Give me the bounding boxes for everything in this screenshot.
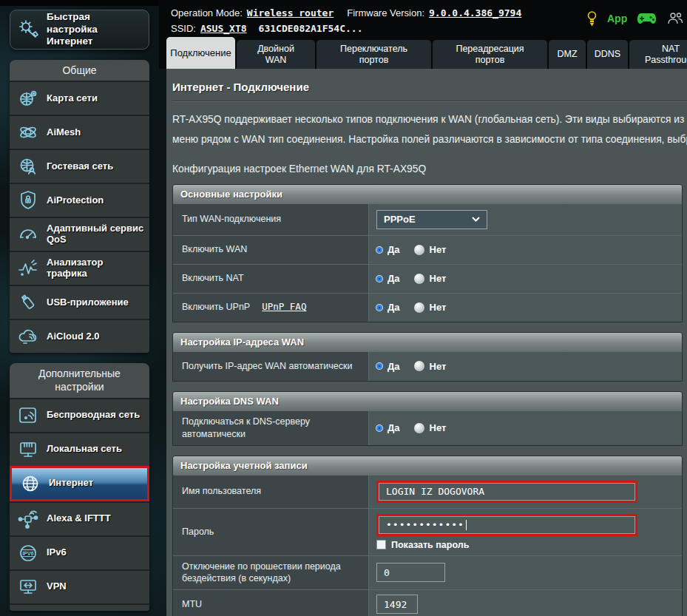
row-label: Включить WAN xyxy=(173,236,369,264)
sidebar-item-wireless[interactable]: Беспроводная сеть xyxy=(10,398,149,432)
sidebar-item-network-map[interactable]: Карта сети xyxy=(10,81,149,115)
sidebar-item-traffic-analyzer[interactable]: Анализатор трафика xyxy=(10,251,149,285)
sidebar-item-alexa-ifttt[interactable]: Alexa & IFTTT xyxy=(10,501,149,535)
firmware-version-link[interactable]: 9.0.0.4.386_9794 xyxy=(429,7,521,18)
tab-port-forwarding[interactable]: Переадресация портов xyxy=(433,40,547,69)
idle-timeout-input[interactable]: 0 xyxy=(376,563,445,582)
quick-setup-button[interactable]: Быстрая настройка Интернет xyxy=(10,10,149,50)
sidebar-item-guest-network[interactable]: Гостевая сеть xyxy=(10,149,149,183)
ssid-secondary: 631CDE082A1F54C... xyxy=(259,23,363,34)
section-account: Настройка учетной записи Имя пользовател… xyxy=(172,456,683,616)
ssid-primary-link[interactable]: ASUS_XT8 xyxy=(200,23,247,34)
tab-nat-passthrough[interactable]: NAT Passthrough xyxy=(629,40,687,69)
radio-no[interactable] xyxy=(414,361,424,371)
sidebar-item-usb-application[interactable]: USB-приложение xyxy=(10,285,149,319)
game-mode-icon[interactable] xyxy=(637,12,657,25)
sidebar-item-lan[interactable]: Локальная сеть xyxy=(10,432,149,466)
enable-wan-radio-group: Да Нет xyxy=(376,244,446,255)
table-row-wan-type: Тип WAN-подключения PPPoE xyxy=(173,204,682,235)
sidebar-item-vpn[interactable]: VPN xyxy=(10,569,149,603)
row-label: Включить UPnP UPnP FAQ xyxy=(173,294,369,322)
radio-no[interactable] xyxy=(414,245,424,255)
enable-upnp-radio-group: Да Нет xyxy=(376,302,446,313)
section-wan-dns: Настройка DNS WAN Подключаться к DNS-сер… xyxy=(172,391,683,446)
family-group-icon[interactable] xyxy=(666,12,684,26)
page-title: Интернет - Подключение xyxy=(172,81,687,93)
ipv6-icon: IPV6 xyxy=(16,541,40,565)
radio-yes-selected[interactable] xyxy=(376,276,382,282)
description-line-1: RT-AX95Q поддерживает несколько типов по… xyxy=(172,110,687,130)
sidebar-item-ipv6[interactable]: IPV6 IPv6 xyxy=(10,535,149,569)
table-row-enable-wan: Включить WAN Да Нет xyxy=(173,235,682,264)
tab-dual-wan[interactable]: Двойной WAN xyxy=(237,40,315,69)
row-label: Получить IP-адрес WAN автоматически xyxy=(173,352,369,381)
radio-no[interactable] xyxy=(414,274,424,284)
operation-mode-link[interactable]: Wireless router xyxy=(247,7,334,18)
sidebar-item-internet[interactable]: Интернет xyxy=(10,466,149,501)
alexa-ifttt-icon xyxy=(16,507,40,531)
section-header: Основные настройки xyxy=(173,185,682,204)
wan-type-selected-value: PPPoE xyxy=(384,214,416,225)
sidebar-group-general: Общие Карта сети AiMesh Гостевая сеть Ai… xyxy=(10,60,149,353)
table-row-username: Имя пользователя LOGIN IZ DOGOVORA xyxy=(173,475,682,508)
tab-port-trigger[interactable]: Переключатель портов xyxy=(317,40,431,69)
radio-yes-selected[interactable] xyxy=(376,363,382,369)
username-input[interactable]: LOGIN IZ DOGOVORA xyxy=(379,483,635,501)
sidebar-group-title: Общие xyxy=(10,60,149,81)
sidebar-item-label: Alexa & IFTTT xyxy=(47,513,111,524)
svg-text:IPV6: IPV6 xyxy=(22,550,33,555)
tab-connection[interactable]: Подключение xyxy=(166,37,235,69)
radio-yes-selected[interactable] xyxy=(376,425,382,431)
sidebar-item-label: Интернет xyxy=(49,478,93,489)
row-label: Отключение по прошествии периода бездейс… xyxy=(173,556,369,590)
upnp-faq-link[interactable]: UPnP FAQ xyxy=(262,301,306,314)
row-label: Включить NAT xyxy=(173,265,369,293)
vpn-icon xyxy=(16,575,40,599)
show-password-checkbox[interactable] xyxy=(376,540,386,549)
title-divider xyxy=(172,101,687,101)
password-highlight-frame: •••••••••••• xyxy=(376,514,637,536)
sidebar-item-qos[interactable]: Адаптивный сервис QoS xyxy=(10,217,149,251)
password-input[interactable]: •••••••••••• xyxy=(379,516,635,534)
radio-yes-selected[interactable] xyxy=(376,305,382,311)
enable-nat-radio-group: Да Нет xyxy=(376,273,446,284)
sidebar-item-aiprotection[interactable]: AiProtection xyxy=(10,183,149,217)
chevron-down-icon xyxy=(472,217,480,222)
wireless-icon xyxy=(16,404,40,427)
sidebar-item-aimesh[interactable]: AiMesh xyxy=(10,115,149,149)
aicloud-icon xyxy=(16,325,40,348)
wan-tab-bar: Подключение Двойной WAN Переключатель по… xyxy=(166,37,687,69)
quick-setup-label: Быстрая настройка Интернет xyxy=(47,11,142,49)
tab-ddns[interactable]: DDNS xyxy=(587,40,628,69)
aiprotection-shield-icon xyxy=(16,189,40,212)
section-header: Настройка учетной записи xyxy=(173,456,682,475)
guest-network-icon xyxy=(16,155,40,178)
qos-gauge-icon xyxy=(16,223,40,246)
radio-no[interactable] xyxy=(414,423,424,433)
sidebar-item-label: AiCloud 2.0 xyxy=(47,331,100,342)
show-password-label: Показать пароль xyxy=(391,540,469,550)
top-header: Operation Mode:Wireless routerFirmware V… xyxy=(159,0,687,69)
sidebar-item-label: IPv6 xyxy=(47,547,67,558)
main-panel: Интернет - Подключение RT-AX95Q поддержи… xyxy=(166,69,687,616)
radio-no[interactable] xyxy=(414,302,424,313)
wan-type-select[interactable]: PPPoE xyxy=(376,210,487,229)
row-label: Тип WAN-подключения xyxy=(173,204,369,235)
app-link[interactable]: App xyxy=(607,13,627,24)
table-row-enable-upnp: Включить UPnP UPnP FAQ Да Нет xyxy=(173,293,682,322)
ssid-label: SSID: xyxy=(171,23,196,34)
quick-setup-gear-icon xyxy=(17,18,41,41)
sidebar-item-label: Беспроводная сеть xyxy=(47,410,140,421)
radio-yes-selected[interactable] xyxy=(376,247,382,253)
mtu-input[interactable]: 1492 xyxy=(376,595,418,614)
table-row-auto-ip: Получить IP-адрес WAN автоматически Да Н… xyxy=(173,352,682,381)
firmware-label: Firmware Version: xyxy=(347,7,424,18)
tab-dmz[interactable]: DMZ xyxy=(549,40,586,69)
usb-icon xyxy=(16,291,40,314)
aimesh-icon xyxy=(16,121,40,144)
sidebar-item-label: AiProtection xyxy=(47,195,104,206)
firmware-update-bulb-icon[interactable] xyxy=(586,10,598,27)
sidebar-item-aicloud[interactable]: AiCloud 2.0 xyxy=(10,319,149,353)
network-map-icon xyxy=(16,87,40,110)
sidebar-item-label: Карта сети xyxy=(47,93,98,104)
